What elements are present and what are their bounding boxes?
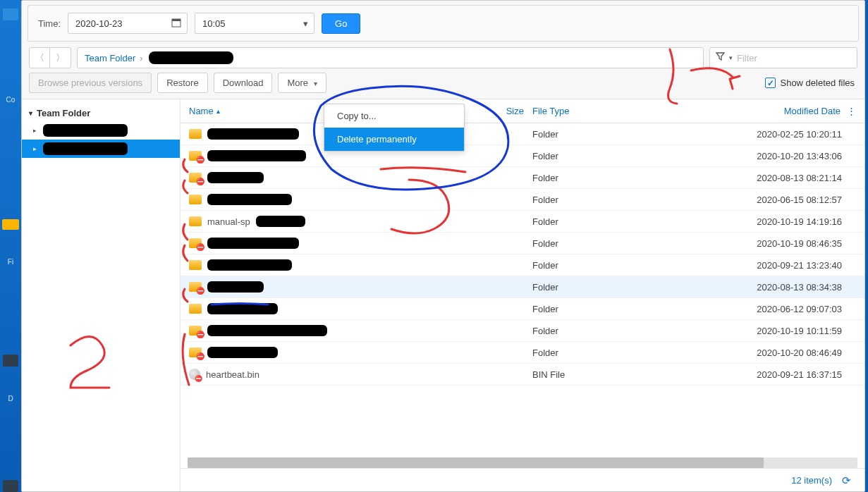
tree-root[interactable]: ▾ Team Folder	[22, 105, 180, 121]
binary-file-icon	[189, 369, 200, 380]
row-type-cell: Folder	[524, 348, 700, 358]
row-type-cell: Folder	[524, 151, 700, 161]
table-row[interactable]: Folder2020-10-20 13:43:06	[181, 145, 864, 167]
back-button[interactable]: 〈	[29, 47, 50, 68]
row-modified-cell: 2020-09-21 16:37:15	[700, 369, 856, 380]
tree-expand-icon[interactable]: ▸	[33, 127, 37, 134]
browse-previous-versions-button: Browse previous versions	[29, 73, 152, 93]
row-type-cell: Folder	[524, 282, 700, 293]
table-row[interactable]: Folder2020-10-20 08:46:49	[181, 342, 864, 364]
horizontal-scrollbar[interactable]	[188, 457, 857, 468]
folder-icon	[189, 216, 202, 226]
row-name-cell: heartbeat.bin	[189, 369, 485, 380]
tree-expand-icon[interactable]: ▸	[33, 145, 37, 152]
folder-icon	[189, 195, 202, 204]
date-value: 2020-10-23	[75, 18, 123, 29]
deleted-folder-icon	[189, 348, 202, 357]
time-label: Time:	[38, 18, 61, 29]
redacted-text	[207, 281, 264, 293]
breadcrumb[interactable]: Team Folder ›	[77, 47, 704, 68]
history-nav: 〈 〉	[29, 47, 71, 68]
row-name-cell	[189, 194, 485, 205]
redacted-text	[207, 194, 292, 205]
taskbar-drive-icon[interactable]	[3, 355, 18, 367]
breadcrumb-root[interactable]: Team Folder	[85, 53, 135, 63]
more-menu: Copy to... Delete permanently	[324, 104, 465, 152]
row-modified-cell: 2020-10-20 13:43:06	[700, 151, 856, 161]
sort-asc-icon: ▴	[216, 107, 220, 115]
refresh-icon[interactable]: ⟳	[842, 474, 853, 486]
table-row[interactable]: Folder2020-10-19 10:11:59	[181, 320, 864, 342]
tree-node[interactable]: ▸	[22, 121, 180, 140]
file-rows: Folder2020-02-25 10:20:11Folder2020-10-2…	[181, 123, 864, 456]
column-modified[interactable]: Modified Date	[700, 106, 846, 116]
date-picker[interactable]: 2020-10-23	[68, 13, 188, 34]
row-modified-cell: 2020-06-12 09:07:03	[700, 304, 856, 314]
redacted-text	[207, 347, 278, 358]
show-deleted-toggle[interactable]: ✓ Show deleted files	[765, 78, 855, 88]
table-row[interactable]: Folder2020-09-21 13:23:40	[181, 254, 864, 276]
forward-button[interactable]: 〉	[50, 47, 71, 68]
row-name-cell	[189, 172, 485, 183]
scrollbar-thumb[interactable]	[188, 457, 764, 468]
table-row[interactable]: Folder2020-06-15 08:12:57	[181, 189, 864, 211]
table-row[interactable]: Folder2020-08-13 08:34:38	[181, 276, 864, 298]
folder-icon	[189, 129, 202, 139]
menu-delete-permanently[interactable]: Delete permanently	[324, 128, 464, 151]
row-type-cell: Folder	[524, 260, 700, 271]
column-headers: Name ▴ Size File Type Modified Date ⋮	[181, 99, 864, 123]
time-value: 10:05	[202, 18, 226, 29]
more-label: More	[287, 78, 308, 88]
restore-button[interactable]: Restore	[157, 73, 208, 93]
redacted-text	[207, 150, 306, 161]
column-size[interactable]: Size	[485, 106, 524, 116]
deleted-folder-icon	[189, 238, 202, 248]
chevron-down-icon: ▾	[303, 18, 308, 29]
download-button[interactable]: Download	[214, 73, 273, 93]
filter-options-chevron-icon[interactable]: ▾	[729, 54, 733, 61]
taskbar-folder-icon[interactable]	[2, 219, 19, 230]
go-button[interactable]: Go	[322, 13, 360, 34]
menu-copy-to[interactable]: Copy to...	[324, 104, 464, 128]
row-modified-cell: 2020-10-19 10:11:59	[700, 326, 856, 336]
redacted-text	[207, 325, 327, 336]
table-row[interactable]: heartbeat.binBIN File2020-09-21 16:37:15	[181, 364, 864, 386]
redacted-text	[207, 238, 299, 249]
breadcrumb-separator: ›	[140, 53, 142, 63]
row-modified-cell: 2020-10-20 08:46:49	[700, 348, 856, 358]
column-options[interactable]: ⋮	[846, 106, 856, 116]
chevron-down-icon: ▾	[314, 80, 317, 87]
deleted-folder-icon	[189, 173, 202, 183]
taskbar-app-icon[interactable]	[3, 8, 18, 20]
table-row[interactable]: Folder2020-06-12 09:07:03	[181, 298, 864, 320]
taskbar-util-icon[interactable]	[3, 480, 18, 492]
table-row[interactable]: Folder2020-08-13 08:21:14	[181, 167, 864, 189]
more-button[interactable]: More ▾	[278, 73, 326, 93]
redacted-text	[207, 303, 278, 314]
redacted-text	[207, 172, 264, 183]
tree-collapse-icon[interactable]: ▾	[29, 109, 32, 117]
table-row[interactable]: Folder2020-02-25 10:20:11	[181, 123, 864, 145]
show-deleted-label: Show deleted files	[780, 78, 855, 88]
svg-rect-1	[172, 19, 181, 21]
status-bar: 12 item(s) ⟳	[181, 468, 864, 491]
time-picker[interactable]: 10:05 ▾	[195, 13, 314, 34]
desktop-taskbar: Co Fi D	[0, 0, 21, 492]
row-type-cell: Folder	[524, 326, 700, 336]
tree-node-redacted	[43, 142, 128, 155]
nav-row: 〈 〉 Team Folder › ▾ Filter	[22, 47, 864, 73]
row-modified-cell: 2020-06-15 08:12:57	[700, 195, 856, 205]
file-grid: Name ▴ Size File Type Modified Date ⋮ Fo…	[181, 99, 864, 491]
table-row[interactable]: manual-spFolder2020-10-19 14:19:16	[181, 211, 864, 233]
redacted-text	[207, 128, 299, 140]
row-modified-cell: 2020-08-13 08:21:14	[700, 173, 856, 183]
time-selector-bar: Time: 2020-10-23 10:05 ▾ Go	[27, 5, 859, 42]
tree-node-selected[interactable]: ▸	[22, 140, 180, 158]
checkbox-checked-icon[interactable]: ✓	[765, 78, 776, 88]
filter-input[interactable]: ▾ Filter	[709, 47, 857, 68]
row-type-cell: Folder	[524, 304, 700, 314]
deleted-folder-icon	[189, 151, 202, 161]
table-row[interactable]: Folder2020-10-19 08:46:35	[181, 233, 864, 254]
column-file-type[interactable]: File Type	[524, 106, 700, 116]
row-name-cell	[189, 281, 485, 293]
